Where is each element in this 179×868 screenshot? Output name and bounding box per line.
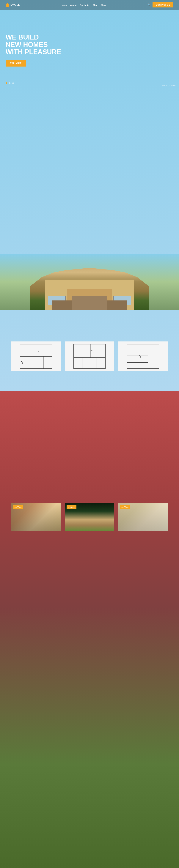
house-illustration: [15, 263, 164, 310]
service-card-2-image: [86, 199, 119, 221]
social-dot-3[interactable]: [12, 82, 14, 84]
nav-actions: 🔍 CONTACT US: [148, 2, 173, 7]
svg-rect-9: [127, 344, 159, 369]
social-dot-1[interactable]: [6, 82, 7, 84]
nav-blog[interactable]: Blog: [93, 4, 97, 6]
hero-content: WE BUILD NEW HOMES WITH PLEASURE EXPLORE: [0, 11, 179, 66]
news-card-3-date: 10 BUILDING: [120, 505, 130, 509]
main-nav: DWELL Home About Portfolio Blog Shop 🔍 C…: [0, 0, 179, 10]
news-card-3-image: 10 BUILDING: [118, 503, 168, 531]
project-plan-1: [11, 341, 61, 371]
logo-text: DWELL: [10, 3, 20, 6]
floorplan-svg-1: [13, 343, 58, 370]
nav-about[interactable]: About: [70, 4, 77, 6]
nav-links: Home About Portfolio Blog Shop: [61, 3, 107, 6]
services-cards: BIG FAMILY HOUSES Adipiscing elit, sed d…: [49, 199, 168, 243]
news-card-1-image: 12 BUILDING: [11, 503, 61, 531]
hero-photographer-label: DANIEL ADAMS: [162, 85, 176, 87]
floorplan-svg-3: [121, 343, 166, 370]
nav-portfolio[interactable]: Portfolio: [80, 4, 89, 6]
contact-nav-button[interactable]: CONTACT US: [152, 2, 173, 7]
news-card-2-image: 11 BUILDING: [65, 503, 115, 531]
nav-home[interactable]: Home: [61, 4, 67, 6]
hero-cta-button[interactable]: EXPLORE: [6, 60, 26, 66]
news-card-1-date: 12 BUILDING: [13, 505, 23, 509]
svg-rect-4: [73, 344, 106, 369]
hero-title: WE BUILD NEW HOMES WITH PLEASURE: [6, 34, 80, 56]
project-plan-2: [65, 341, 115, 371]
news-card-2-date: 11 BUILDING: [66, 505, 77, 509]
search-button[interactable]: 🔍: [148, 3, 151, 6]
full-house-banner: [0, 254, 179, 310]
logo[interactable]: DWELL: [6, 3, 20, 7]
service-card-2: TOWNHOUSES & CONDOS Adipiscing elit, sed…: [86, 199, 123, 243]
nav-shop[interactable]: Shop: [101, 4, 107, 6]
social-dot-2[interactable]: [9, 82, 10, 84]
floorplan-svg-2: [67, 343, 112, 370]
logo-icon: [6, 3, 9, 7]
project-plan-3: [118, 341, 168, 371]
hero-social-dots: [6, 82, 14, 84]
services-section: WHO WE ARE CONSTRUCTION AND REPAIRS BIG …: [0, 187, 179, 254]
